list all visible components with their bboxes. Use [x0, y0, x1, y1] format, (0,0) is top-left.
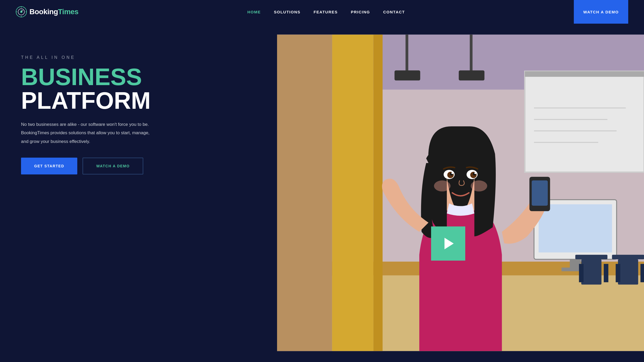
site-header: BookingTimes HOME SOLUTIONS FEATURES PRI…	[0, 0, 644, 24]
main-nav: HOME SOLUTIONS FEATURES PRICING CONTACT	[247, 10, 405, 14]
svg-rect-52	[616, 264, 620, 282]
svg-point-40	[451, 172, 453, 174]
svg-rect-51	[618, 259, 638, 285]
nav-contact[interactable]: CONTACT	[383, 10, 405, 14]
hero-image	[277, 24, 644, 362]
svg-rect-45	[531, 180, 548, 206]
nav-home[interactable]: HOME	[247, 10, 261, 14]
get-started-button[interactable]: GET STARTED	[21, 158, 77, 174]
logo-text: BookingTimes	[29, 8, 78, 16]
header-watch-demo-button[interactable]: WATCH A DEMO	[574, 0, 628, 24]
hero-content: THE ALL IN ONE BUSINESS PLATFORM No two …	[21, 45, 192, 174]
hero-title: BUSINESS PLATFORM	[21, 65, 192, 112]
nav-pricing[interactable]: PRICING	[351, 10, 370, 14]
svg-rect-50	[612, 255, 644, 259]
hero-title-white: PLATFORM	[21, 89, 192, 112]
svg-rect-20	[373, 35, 382, 351]
logo-icon	[16, 6, 27, 17]
hero-section: THE ALL IN ONE BUSINESS PLATFORM No two …	[0, 24, 644, 362]
play-button[interactable]	[431, 226, 465, 261]
hero-illustration	[277, 24, 644, 362]
svg-rect-18	[277, 35, 332, 351]
svg-point-43	[471, 180, 487, 192]
svg-rect-49	[604, 264, 608, 282]
hero-watch-demo-button[interactable]: WATCH A DEMO	[83, 158, 143, 174]
logo[interactable]: BookingTimes	[16, 6, 78, 17]
svg-rect-28	[539, 204, 612, 252]
svg-rect-48	[579, 264, 583, 282]
nav-features[interactable]: FEATURES	[314, 10, 338, 14]
play-icon	[444, 238, 454, 249]
hero-buttons: GET STARTED WATCH A DEMO	[21, 158, 192, 174]
svg-rect-21	[525, 71, 644, 172]
svg-rect-14	[405, 35, 408, 76]
svg-rect-16	[470, 35, 472, 76]
hero-subtitle: THE ALL IN ONE	[21, 55, 192, 60]
nav-solutions[interactable]: SOLUTIONS	[274, 10, 300, 14]
hero-description: No two businesses are alike - our softwa…	[21, 120, 158, 146]
svg-point-42	[434, 180, 451, 192]
svg-rect-53	[640, 264, 644, 282]
svg-rect-46	[575, 255, 607, 259]
svg-rect-19	[332, 35, 373, 351]
svg-rect-22	[525, 71, 644, 77]
cartoon-scene	[277, 24, 644, 362]
svg-rect-47	[581, 259, 601, 285]
hero-title-green: BUSINESS	[21, 65, 192, 89]
svg-rect-15	[394, 70, 420, 80]
svg-rect-17	[459, 70, 484, 80]
svg-point-41	[474, 172, 476, 174]
